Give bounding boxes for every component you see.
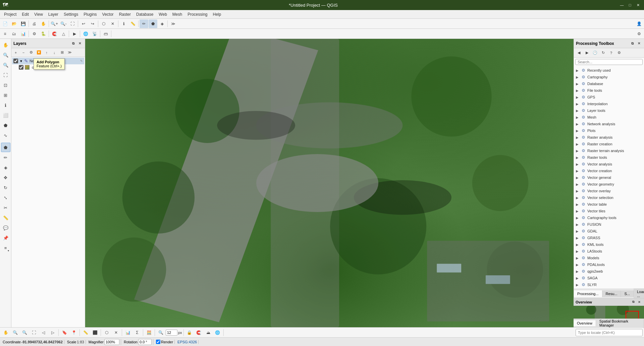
processing-tree-item-9[interactable]: ▶ ⚙ Plots <box>574 127 644 134</box>
processing-refresh-btn[interactable]: ↻ <box>599 49 607 57</box>
zoom-full-tool[interactable]: ⛶ <box>1 70 10 80</box>
layer-checkbox-scratch[interactable] <box>13 59 18 63</box>
pan-map-btn[interactable]: ✋ <box>39 19 48 28</box>
map-canvas[interactable] <box>85 39 574 327</box>
print-layout-btn[interactable]: 🖨 <box>30 19 39 28</box>
processing-tab-s[interactable]: S... <box>621 290 634 297</box>
menu-processing[interactable]: Processing <box>185 10 210 18</box>
layers-close-btn[interactable]: ✕ <box>77 41 83 47</box>
processing-tree-item-21[interactable]: ▶ ⚙ Vector tiles <box>574 208 644 214</box>
processing-tree-item-16[interactable]: ▶ ⚙ Vector general <box>574 174 644 181</box>
epsg-value[interactable]: EPSG:4326 <box>177 340 197 344</box>
split-tool[interactable]: ✂ <box>1 203 10 212</box>
remove-layer-btn[interactable]: − <box>20 49 27 56</box>
locate-bar[interactable] <box>576 329 643 336</box>
open-layer-props-btn[interactable]: ⚙ <box>28 49 35 56</box>
processing-search-input[interactable] <box>575 59 643 65</box>
processing-tree-item-32[interactable]: ▶ ⚙ SLYR <box>574 281 644 288</box>
processing-btn[interactable]: ⚙ <box>30 29 39 38</box>
magnifier-input[interactable] <box>104 339 119 345</box>
processing-tab-main[interactable]: Processing... <box>574 290 602 297</box>
zoom-prev-bottom-btn[interactable]: ◁ <box>39 328 48 337</box>
feature-action-btn[interactable]: ▶ <box>70 29 79 38</box>
move-feature-tool[interactable]: ✥ <box>1 173 10 182</box>
settings-btn[interactable]: ⚙ <box>635 29 643 38</box>
processing-tree-item-11[interactable]: ▶ ⚙ Raster creation <box>574 141 644 147</box>
snapping-btn[interactable]: 🧲 <box>50 29 59 38</box>
processing-tree-item-27[interactable]: ▶ ⚙ LAStools <box>574 248 644 255</box>
crs-btn[interactable]: 🌐 <box>213 328 222 337</box>
undo-btn[interactable]: ↩ <box>79 19 88 28</box>
processing-tree-item-14[interactable]: ▶ ⚙ Vector analysis <box>574 161 644 167</box>
menu-edit[interactable]: Edit <box>19 10 32 18</box>
zoom-out-tool[interactable]: 🔍 <box>1 60 10 70</box>
statistics-btn[interactable]: Σ <box>133 328 142 337</box>
processing-tree-item-29[interactable]: ▶ ⚙ PDALtools <box>574 261 644 268</box>
menu-help[interactable]: Help <box>210 10 224 18</box>
redo-btn[interactable]: ↪ <box>88 19 97 28</box>
zoom-full-bottom-btn[interactable]: ⛶ <box>30 328 38 337</box>
pan-bottom-btn[interactable]: ✋ <box>1 328 10 337</box>
deselect-bottom-btn[interactable]: ✕ <box>112 328 120 337</box>
vertex-edit-tool[interactable]: ◈ <box>1 163 10 172</box>
processing-tree-item-30[interactable]: ▶ ⚙ qgis2web <box>574 268 644 275</box>
layer-move-up-btn[interactable]: ↑ <box>43 49 50 56</box>
menu-raster[interactable]: Raster <box>116 10 133 18</box>
zoom-in-bottom-btn[interactable]: 🔍 <box>11 328 19 337</box>
more-layers-btn[interactable]: ≫ <box>66 49 73 56</box>
processing-history-btn[interactable]: 🕐 <box>591 49 599 57</box>
rotate-tool[interactable]: ↻ <box>1 183 10 192</box>
processing-tree-item-8[interactable]: ▶ ⚙ Network analysis <box>574 121 644 127</box>
pin-label-tool[interactable]: 📌 <box>1 233 10 243</box>
layers-float-btn[interactable]: ⧉ <box>70 41 76 47</box>
open-project-btn[interactable]: 📂 <box>10 19 18 28</box>
processing-tree-item-7[interactable]: ▶ ⚙ Mesh <box>574 114 644 121</box>
processing-help-btn[interactable]: ? <box>607 49 615 57</box>
identify-tool[interactable]: ℹ <box>1 100 10 110</box>
wms-btn[interactable]: 🌐 <box>81 29 90 38</box>
processing-tree-item-19[interactable]: ▶ ⚙ Vector selection <box>574 194 644 201</box>
processing-tree-item-17[interactable]: ▶ ⚙ Vector geometry <box>574 181 644 188</box>
processing-tree-item-15[interactable]: ▶ ⚙ Vector creation <box>574 167 644 174</box>
menu-settings[interactable]: Settings <box>61 10 81 18</box>
measure-btn[interactable]: 📏 <box>128 19 137 28</box>
overview-map[interactable] <box>574 306 644 319</box>
processing-tree-item-10[interactable]: ▶ ⚙ Raster analysis <box>574 134 644 141</box>
processing-tree-item-28[interactable]: ▶ ⚙ Models <box>574 255 644 261</box>
add-polygon-tool[interactable]: ⬟ <box>1 143 10 152</box>
menu-vector[interactable]: Vector <box>100 10 116 18</box>
processing-tree-item-12[interactable]: ▶ ⚙ Raster terrain analysis <box>574 147 644 154</box>
zoom-out-bottom-btn[interactable]: 🔍 <box>20 328 29 337</box>
digitize-tool[interactable]: ✏ <box>1 153 10 162</box>
close-button[interactable]: ✕ <box>635 2 641 8</box>
terrain-btn[interactable]: ⛰ <box>204 328 213 337</box>
pan-tool[interactable]: ✋ <box>1 40 10 50</box>
layer-expand-scratch[interactable]: ▼ <box>19 59 23 63</box>
menu-view[interactable]: View <box>32 10 46 18</box>
open-attr-bottom-btn[interactable]: 📊 <box>123 328 132 337</box>
menu-layer[interactable]: Layer <box>46 10 61 18</box>
add-layer-btn[interactable]: + <box>12 49 19 56</box>
select-freehand-tool[interactable]: ∿ <box>1 131 10 140</box>
overview-close-btn[interactable]: ✕ <box>637 299 642 305</box>
menu-plugins[interactable]: Plugins <box>81 10 99 18</box>
zoom-selection-tool[interactable]: ⊞ <box>1 90 10 100</box>
menu-web[interactable]: Web <box>156 10 169 18</box>
menu-mesh[interactable]: Mesh <box>170 10 185 18</box>
zoom-input-btn[interactable]: 🔍 <box>156 328 165 337</box>
processing-tree-item-6[interactable]: ▶ ⚙ Layer tools <box>574 107 644 114</box>
vertex-tool-btn[interactable]: ◈ <box>158 19 166 28</box>
zoom-in-tool[interactable]: 🔍 <box>1 50 10 60</box>
processing-tree-item-13[interactable]: ▶ ⚙ Raster tools <box>574 154 644 161</box>
digitize-btn[interactable]: ✏ <box>140 19 148 28</box>
save-project-btn[interactable]: 💾 <box>19 19 28 28</box>
zoom-in-btn[interactable]: 🔍+ <box>50 19 59 28</box>
processing-tree-item-5[interactable]: ▶ ⚙ Interpolation <box>574 100 644 107</box>
more-tools-btn[interactable]: ≫ <box>169 19 177 28</box>
select-bottom-btn[interactable]: ⬡ <box>102 328 111 337</box>
processing-tree-item-20[interactable]: ▶ ⚙ Vector table <box>574 201 644 208</box>
maximize-button[interactable]: □ <box>627 2 633 8</box>
processing-tree-item-1[interactable]: ▶ ⚙ Cartography <box>574 74 644 80</box>
processing-tree-item-25[interactable]: ▶ ⚙ GRASS <box>574 234 644 241</box>
layer-item-ortho[interactable]: odm_orthophoto <box>12 64 84 70</box>
